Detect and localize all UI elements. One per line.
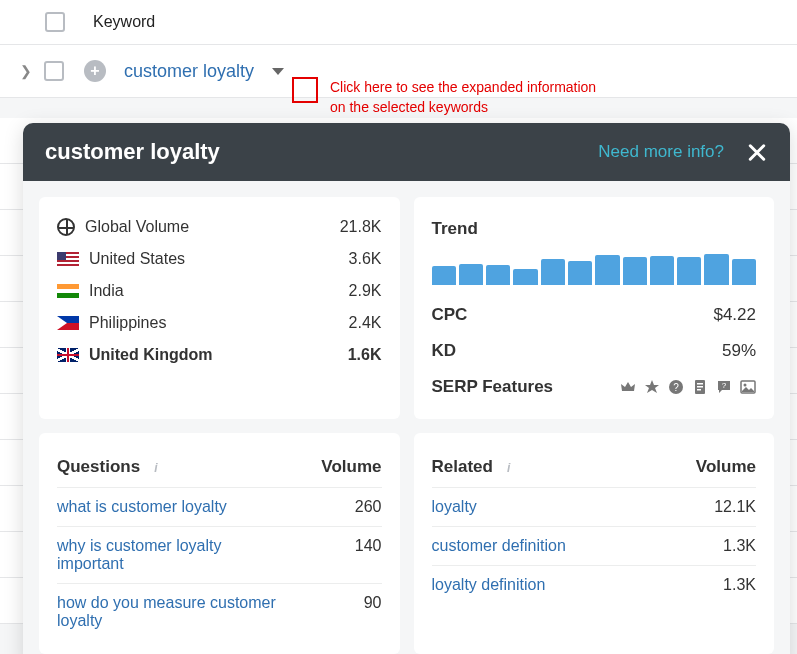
crown-icon (620, 379, 636, 395)
kd-value: 59% (722, 341, 756, 361)
svg-point-8 (744, 384, 747, 387)
trend-bar (623, 257, 647, 285)
trend-bar (432, 266, 456, 285)
star-icon (644, 379, 660, 395)
country-volume: 2.9K (349, 282, 382, 300)
flag-uk-icon (57, 348, 79, 362)
trend-bar (568, 261, 592, 285)
related-row: customer definition1.3K (432, 527, 757, 566)
questions-volume-col: Volume (321, 457, 381, 477)
flag-in-icon (57, 284, 79, 298)
related-row: loyalty definition1.3K (432, 566, 757, 604)
related-value: 1.3K (723, 537, 756, 555)
related-row: loyalty12.1K (432, 488, 757, 527)
select-all-checkbox[interactable] (45, 12, 65, 32)
svg-rect-4 (697, 386, 703, 388)
trend-bar (459, 264, 483, 285)
trend-bar (513, 269, 537, 285)
related-volume-col: Volume (696, 457, 756, 477)
need-more-info-link[interactable]: Need more info? (598, 142, 724, 162)
related-link[interactable]: customer definition (432, 537, 566, 555)
trend-bar (486, 265, 510, 285)
document-icon (692, 379, 708, 395)
questions-title: Questions (57, 457, 140, 476)
related-link[interactable]: loyalty definition (432, 576, 546, 594)
country-volume: 2.4K (349, 314, 382, 332)
flag-ph-icon (57, 316, 79, 330)
question-row: what is customer loyalty260 (57, 488, 382, 527)
question-value: 90 (364, 594, 382, 612)
row-checkbox[interactable] (44, 61, 64, 81)
related-link[interactable]: loyalty (432, 498, 477, 516)
question-link[interactable]: how do you measure customer loyalty (57, 594, 277, 630)
column-keyword-label: Keyword (93, 13, 155, 31)
expand-chevron-icon[interactable]: ❯ (20, 63, 32, 79)
image-icon (740, 379, 756, 395)
country-name: United States (89, 250, 185, 268)
trend-bar (677, 257, 701, 285)
keyword-dropdown-caret-icon[interactable] (266, 59, 290, 83)
cpc-label: CPC (432, 305, 468, 325)
popover-title: customer loyalty (45, 139, 220, 165)
svg-rect-5 (697, 389, 701, 391)
related-value: 12.1K (714, 498, 756, 516)
related-title: Related (432, 457, 493, 476)
trend-sparkline (432, 253, 757, 285)
flag-us-icon (57, 252, 79, 266)
keyword-link[interactable]: customer loyalty (124, 61, 254, 82)
question-value: 260 (355, 498, 382, 516)
annotation-text: Click here to see the expanded informati… (330, 78, 610, 117)
svg-rect-3 (697, 383, 703, 385)
question-circle-icon: ? (668, 379, 684, 395)
trend-bar (595, 255, 619, 285)
globe-icon (57, 218, 75, 236)
keyword-detail-popover: customer loyalty Need more info? Global … (23, 123, 790, 654)
country-name: Philippines (89, 314, 166, 332)
serp-features-label: SERP Features (432, 377, 554, 397)
question-row: why is customer loyalty important140 (57, 527, 382, 584)
country-volume-row: India2.9K (57, 275, 382, 307)
country-volume-row: United Kingdom1.6K (57, 339, 382, 371)
related-card: Related i Volume loyalty12.1Kcustomer de… (414, 433, 775, 654)
trend-bar (541, 259, 565, 285)
svg-text:?: ? (722, 381, 727, 390)
trend-label: Trend (432, 219, 478, 239)
info-icon[interactable]: i (149, 461, 163, 475)
question-row: how do you measure customer loyalty90 (57, 584, 382, 640)
add-keyword-icon[interactable]: + (84, 60, 106, 82)
metrics-card: Trend CPC $4.22 KD 59% SERP Features ? ? (414, 197, 775, 419)
country-volume-row: United States3.6K (57, 243, 382, 275)
question-link[interactable]: why is customer loyalty important (57, 537, 277, 573)
country-volume: 1.6K (348, 346, 382, 364)
country-volume: 3.6K (349, 250, 382, 268)
table-header: Keyword (0, 0, 797, 45)
serp-feature-icons: ? ? (620, 379, 756, 395)
country-volume-row: Philippines2.4K (57, 307, 382, 339)
country-name: India (89, 282, 124, 300)
questions-card: Questions i Volume what is customer loya… (39, 433, 400, 654)
volume-card: Global Volume 21.8K United States3.6KInd… (39, 197, 400, 419)
related-value: 1.3K (723, 576, 756, 594)
kd-label: KD (432, 341, 457, 361)
country-name: United Kingdom (89, 346, 213, 364)
global-volume-label: Global Volume (85, 218, 189, 236)
trend-bar (650, 256, 674, 285)
info-icon[interactable]: i (502, 461, 516, 475)
svg-text:?: ? (673, 382, 679, 393)
question-link[interactable]: what is customer loyalty (57, 498, 227, 516)
close-icon[interactable] (746, 141, 768, 163)
speech-question-icon: ? (716, 379, 732, 395)
question-value: 140 (355, 537, 382, 555)
global-volume-value: 21.8K (340, 218, 382, 236)
cpc-value: $4.22 (713, 305, 756, 325)
popover-header: customer loyalty Need more info? (23, 123, 790, 181)
trend-bar (704, 254, 728, 285)
popover-body: Global Volume 21.8K United States3.6KInd… (23, 181, 790, 654)
trend-bar (732, 259, 756, 285)
